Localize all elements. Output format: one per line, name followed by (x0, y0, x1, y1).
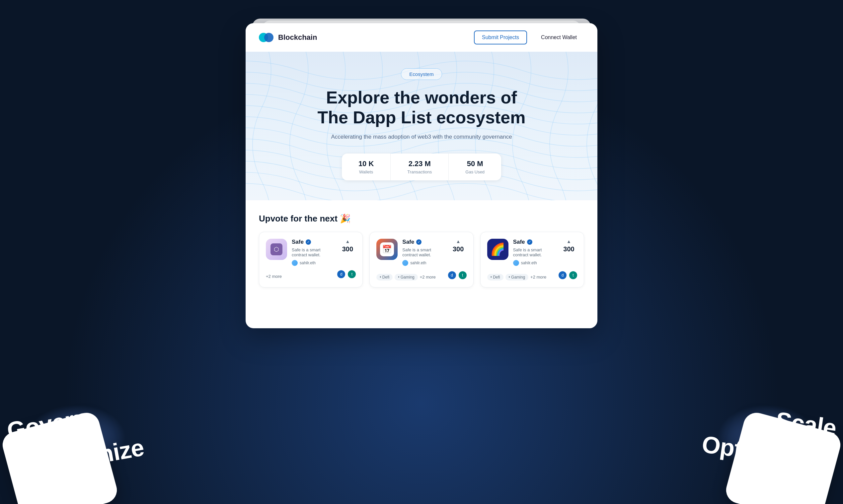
dapp-name-row-1: Safe ✓ (292, 239, 334, 245)
dapp-name-row-3: Safe ✓ (513, 239, 556, 245)
dapp-author-2: sahilr.eth (402, 260, 445, 266)
dapp-desc-1: Safe is a smart contract wallet. (292, 247, 334, 257)
hero-section: .wave-line { fill: none; stroke: #90caf9… (246, 52, 597, 200)
dapp-info-3: Safe ✓ Safe is a smart contract wallet. … (513, 239, 556, 266)
social-icons-3: d t (558, 271, 577, 279)
vote-count-2: 300 (453, 245, 464, 253)
dapp-vote-1[interactable]: ▲ 300 (339, 239, 356, 253)
logo-circle-blue (264, 33, 274, 42)
author-name-3: sahilr.eth (521, 260, 537, 265)
ecosystem-badge: Ecosystem (401, 68, 442, 80)
social-icons-2: d t (448, 271, 467, 279)
dapp-tags-3: • Defi • Gaming +2 more (487, 274, 547, 281)
stat-gas: 50 M Gas Used (449, 154, 501, 180)
safe-logo-3: 🌈 (490, 244, 505, 255)
social-icon-discord-1[interactable]: d (337, 270, 345, 278)
dapp-author-3: sahilr.eth (513, 260, 556, 266)
main-card: Blockchain Submit Projects Connect Walle… (246, 23, 597, 328)
dapp-info-1: Safe ✓ Safe is a smart contract wallet. … (292, 239, 334, 266)
more-text-2: +2 more (420, 274, 436, 280)
dapp-icon-3: 🌈 (487, 239, 509, 260)
safe-logo-2: 📅 (380, 242, 394, 256)
connect-wallet-button[interactable]: Connect Wallet (534, 31, 584, 44)
upvote-section: Upvote for the next 🎉 ⬡ Safe ✓ (246, 200, 597, 287)
author-avatar-2 (402, 260, 408, 266)
submit-projects-button[interactable]: Submit Projects (474, 31, 527, 44)
social-icon-twitter-1[interactable]: t (348, 270, 356, 278)
author-name-1: sahilr.eth (300, 260, 316, 265)
dapp-card-footer-1: +2 more d t (266, 270, 356, 279)
dapp-info-2: Safe ✓ Safe is a smart contract wallet. … (402, 239, 445, 266)
section-upvote-title: Upvote for the next 🎉 (259, 214, 584, 224)
dapp-name-row-2: Safe ✓ (402, 239, 445, 245)
dapp-name-1: Safe (292, 239, 304, 245)
stat-transactions-value: 2.23 M (407, 160, 432, 168)
card-stack: Blockchain Submit Projects Connect Walle… (246, 17, 597, 328)
dapp-card-1: ⬡ Safe ✓ Safe is a smart contract wallet… (259, 232, 363, 287)
verified-icon-1: ✓ (306, 239, 311, 245)
dapp-author-1: sahilr.eth (292, 260, 334, 266)
stat-transactions-label: Transactions (407, 169, 432, 175)
author-name-2: sahilr.eth (410, 260, 426, 265)
social-icons-1: d t (337, 270, 356, 278)
stat-wallets-value: 10 K (358, 160, 374, 168)
dapp-card-3: 🌈 Safe ✓ Safe is a smart contract wallet… (480, 232, 584, 287)
stat-gas-label: Gas Used (465, 169, 485, 175)
stat-transactions: 2.23 M Transactions (391, 154, 449, 180)
vote-arrow-1: ▲ (345, 239, 350, 244)
dapp-vote-2[interactable]: ▲ 300 (450, 239, 467, 253)
verified-icon-2: ✓ (416, 239, 422, 245)
vote-count-3: 300 (563, 245, 574, 253)
vote-arrow-2: ▲ (456, 239, 461, 244)
dapp-tags-2: • Defi • Gaming +2 more (376, 274, 436, 281)
safe-logo-1: ⬡ (271, 244, 282, 255)
dapp-desc-2: Safe is a smart contract wallet. (402, 247, 445, 257)
dapp-card-1-top: ⬡ Safe ✓ Safe is a smart contract wallet… (266, 239, 356, 266)
tag-defi-3: • Defi (487, 274, 503, 281)
dapp-icon-1: ⬡ (266, 239, 287, 260)
vote-count-1: 300 (342, 245, 353, 253)
hero-title: Explore the wonders of The Dapp List eco… (309, 88, 534, 128)
verified-icon-3: ✓ (527, 239, 532, 245)
dapp-card-footer-2: • Defi • Gaming +2 more d t (376, 270, 466, 281)
tag-gaming-3: • Gaming (505, 274, 529, 281)
brand-name: Blockchain (278, 33, 317, 42)
dapp-card-footer-3: • Defi • Gaming +2 more d t (487, 270, 577, 281)
tag-gaming-2: • Gaming (395, 274, 418, 281)
author-avatar-3 (513, 260, 519, 266)
hero-subtitle: Accelerating the mass adoption of web3 w… (259, 133, 584, 140)
author-avatar-1 (292, 260, 298, 266)
social-icon-discord-3[interactable]: d (558, 271, 567, 279)
stat-gas-value: 50 M (465, 160, 485, 168)
stat-wallets: 10 K Wallets (342, 154, 391, 180)
dapp-vote-3[interactable]: ▲ 300 (561, 239, 577, 253)
dapp-icon-2: 📅 (376, 239, 398, 260)
tag-defi-2: • Defi (376, 274, 393, 281)
nav-logo: Blockchain (259, 33, 317, 42)
dapp-cards-row: ⬡ Safe ✓ Safe is a smart contract wallet… (259, 232, 584, 287)
stats-row: 10 K Wallets 2.23 M Transactions 50 M Ga… (342, 154, 501, 180)
stat-wallets-label: Wallets (358, 169, 374, 175)
logo-icon (259, 33, 274, 42)
dapp-card-3-top: 🌈 Safe ✓ Safe is a smart contract wallet… (487, 239, 577, 266)
dapp-card-2-top: 📅 Safe ✓ Safe is a smart contract wallet… (376, 239, 466, 266)
dapp-name-2: Safe (402, 239, 414, 245)
more-text-3: +2 more (530, 274, 546, 280)
dapp-tags-1: +2 more (266, 274, 282, 279)
dapp-desc-3: Safe is a smart contract wallet. (513, 247, 556, 257)
more-text-1: +2 more (266, 274, 282, 279)
navbar: Blockchain Submit Projects Connect Walle… (246, 23, 597, 52)
social-icon-twitter-3[interactable]: t (569, 271, 577, 279)
social-icon-discord-2[interactable]: d (448, 271, 456, 279)
dapp-card-2: 📅 Safe ✓ Safe is a smart contract wallet… (369, 232, 473, 287)
social-icon-twitter-2[interactable]: t (459, 271, 467, 279)
dapp-name-3: Safe (513, 239, 525, 245)
nav-actions: Submit Projects Connect Wallet (474, 31, 584, 44)
hero-content: Ecosystem Explore the wonders of The Dap… (259, 68, 584, 180)
vote-arrow-3: ▲ (567, 239, 571, 244)
